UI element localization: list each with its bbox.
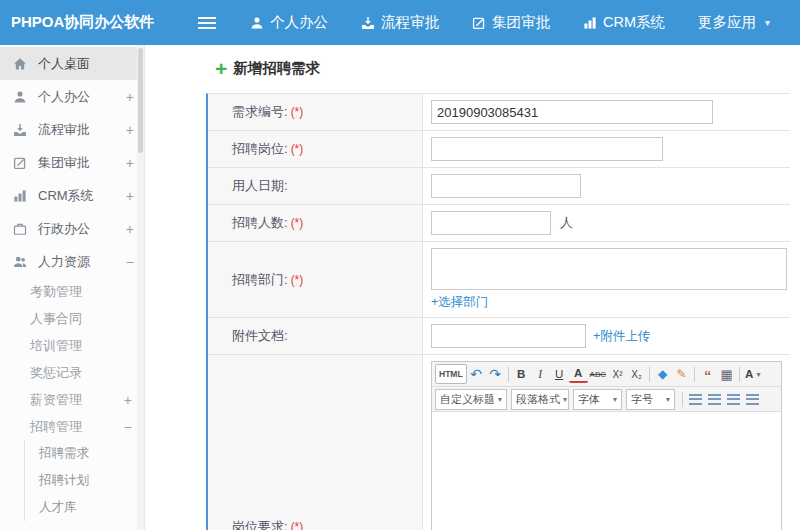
expand-indicator[interactable]: + (126, 123, 134, 137)
undo-button[interactable]: ↶ (467, 364, 486, 384)
select-value: 字号 (631, 392, 653, 407)
req-no-input[interactable] (431, 100, 713, 124)
required-marker: (*) (291, 520, 304, 530)
expand-indicator[interactable]: + (126, 90, 134, 104)
nav-label: 个人办公 (270, 13, 328, 32)
label-text: 招聘人数: (232, 214, 288, 232)
subscript-button[interactable]: X₂ (627, 364, 646, 384)
sidebar-item-personal-office[interactable]: 个人办公 + (0, 80, 144, 113)
field-label-attachment: 附件文档: (208, 318, 423, 354)
date-input[interactable] (431, 174, 581, 198)
nav-personal-office[interactable]: 个人办公 (250, 13, 328, 32)
expand-indicator[interactable]: + (126, 156, 134, 170)
editor-content-area[interactable] (432, 412, 781, 530)
toolbar-separator (739, 367, 740, 382)
align-justify-button[interactable] (743, 389, 762, 409)
align-center-button[interactable] (705, 389, 724, 409)
field-label-count: 招聘人数: (*) (208, 205, 423, 241)
align-right-button[interactable] (724, 389, 743, 409)
form-row: 招聘岗位: (*) (208, 131, 790, 168)
nav-group-approval[interactable]: 集团审批 (472, 13, 550, 32)
sidebar-subitem-salary[interactable]: 薪资管理 + (0, 386, 144, 413)
attachment-input[interactable] (431, 324, 586, 348)
required-marker: (*) (291, 273, 304, 287)
font-size-select[interactable]: 字号 ▾ (626, 389, 675, 410)
label-text: 招聘岗位: (232, 140, 288, 158)
sidebar-subitem-hr-contract[interactable]: 人事合同 (0, 305, 144, 332)
department-textarea[interactable] (431, 248, 787, 290)
expand-indicator[interactable]: + (124, 393, 132, 407)
table-button[interactable]: ▦ (717, 364, 736, 384)
nav-more-apps[interactable]: 更多应用 ▾ (698, 13, 770, 32)
field-value: +选择部门 (423, 242, 795, 317)
italic-button[interactable]: I (531, 364, 550, 384)
sidebar-subitem-recruit-mgmt[interactable]: 招聘管理 − (0, 413, 144, 440)
sidebar-item-personal-desktop[interactable]: 个人桌面 (0, 47, 144, 80)
sidebar-subsubitem-recruit-plan[interactable]: 招聘计划 (25, 467, 144, 494)
font-color-picker-button[interactable]: A ▾ (743, 364, 762, 384)
body-row: 个人桌面 个人办公 + 流程审批 + 集团审批 + CRM系统 + (0, 45, 800, 530)
strikethrough-button[interactable]: ABC (588, 364, 608, 384)
upload-attachment-link[interactable]: +附件上传 (593, 328, 650, 345)
sidebar-scrollbar[interactable] (137, 45, 144, 530)
eraser-button[interactable]: ◆ (653, 364, 672, 384)
sidebar-subsubitem-talent-pool[interactable]: 人才库 (25, 494, 144, 521)
sidebar-subsubitem-recruit-demand[interactable]: 招聘需求 (25, 440, 144, 467)
html-source-button[interactable]: HTML (435, 364, 467, 384)
sidebar-item-group-approval[interactable]: 集团审批 + (0, 146, 144, 179)
sidebar-item-label: 招聘管理 (30, 418, 82, 436)
label-text: 招聘部门: (232, 271, 288, 289)
toolbar-separator (649, 367, 650, 382)
font-color-button[interactable]: A (569, 366, 588, 383)
font-family-select[interactable]: 字体 ▾ (573, 389, 622, 410)
top-nav: 个人办公 流程审批 集团审批 CRM系统 更多应用 ▾ (250, 13, 800, 32)
sidebar-subitem-attendance[interactable]: 考勤管理 (0, 278, 144, 305)
sidebar-subitem-rewards[interactable]: 奖惩记录 (0, 359, 144, 386)
expand-indicator[interactable]: + (126, 189, 134, 203)
collapse-indicator[interactable]: − (124, 420, 132, 434)
paragraph-format-select[interactable]: 段落格式 ▾ (511, 389, 569, 410)
form-row: 用人日期: (208, 168, 790, 205)
page-title: 新增招聘需求 (233, 59, 320, 78)
sidebar-subitem-training[interactable]: 培训管理 (0, 332, 144, 359)
inbox-arrow-icon (361, 16, 375, 30)
sidebar-item-workflow-approval[interactable]: 流程审批 + (0, 113, 144, 146)
chevron-down-icon: ▾ (765, 17, 770, 28)
bold-button[interactable]: B (512, 364, 531, 384)
label-text: 附件文档: (232, 327, 288, 345)
nav-workflow-approval[interactable]: 流程审批 (361, 13, 439, 32)
sidebar-item-label: 人力资源 (38, 253, 90, 271)
headcount-input[interactable] (431, 211, 551, 235)
underline-button[interactable]: U (550, 364, 569, 384)
form-row: 岗位要求: (*) HTML ↶ ↷ B I U (208, 355, 790, 530)
app-window: PHPOA协同办公软件 个人办公 流程审批 集团审批 CRM系统 更多应用 ▾ (0, 0, 800, 530)
sidebar-scrollbar-thumb[interactable] (138, 48, 143, 153)
collapse-indicator[interactable]: − (126, 255, 134, 269)
hamburger-menu-icon[interactable] (198, 17, 216, 29)
position-input[interactable] (431, 137, 663, 161)
sidebar-item-label: 人事合同 (30, 310, 82, 328)
format-brush-button[interactable]: ✎ (672, 364, 691, 384)
sidebar-item-human-resources[interactable]: 人力资源 − (0, 245, 144, 278)
required-marker: (*) (291, 105, 304, 119)
field-label-department: 招聘部门: (*) (208, 242, 423, 317)
form-row: 招聘部门: (*) +选择部门 (208, 242, 790, 318)
label-text: 岗位要求: (232, 518, 288, 530)
sidebar-item-crm-system[interactable]: CRM系统 + (0, 179, 144, 212)
select-department-link[interactable]: +选择部门 (431, 294, 488, 311)
edit-square-icon (13, 156, 29, 170)
field-label-req-no: 需求编号: (*) (208, 94, 423, 130)
sidebar-item-label: 奖惩记录 (30, 364, 82, 382)
sidebar-item-admin-office[interactable]: 行政办公 + (0, 212, 144, 245)
heading-style-select[interactable]: 自定义标题 ▾ (435, 389, 507, 410)
redo-button[interactable]: ↷ (486, 364, 505, 384)
align-left-button[interactable] (686, 389, 705, 409)
page-title-row: + 新增招聘需求 (215, 59, 800, 78)
bar-chart-icon (13, 189, 29, 203)
expand-indicator[interactable]: + (126, 222, 134, 236)
nav-crm-system[interactable]: CRM系统 (583, 13, 665, 32)
superscript-button[interactable]: X² (608, 364, 627, 384)
edit-square-icon (472, 16, 486, 30)
blockquote-button[interactable]: “ (698, 364, 717, 384)
home-icon (13, 57, 29, 71)
